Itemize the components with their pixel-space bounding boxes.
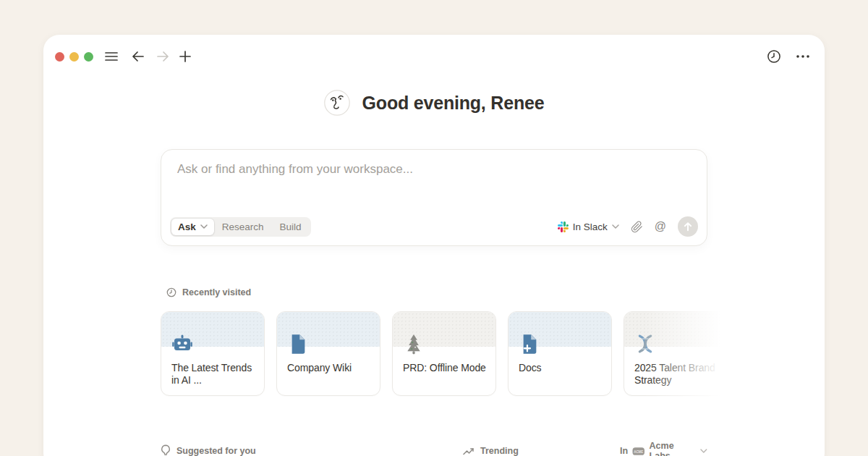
slack-icon (558, 221, 569, 232)
back-arrow-icon[interactable] (131, 51, 145, 62)
bottom-sections: Suggested for you Trending In ACME Acme … (161, 441, 707, 456)
chevron-down-icon (700, 449, 707, 453)
plus-icon[interactable] (179, 51, 191, 62)
context-selector[interactable]: In Slack (558, 221, 619, 232)
send-button[interactable] (678, 216, 698, 237)
card-title: Company Wiki (287, 362, 371, 374)
svg-text:ACME: ACME (634, 449, 643, 453)
workspace-prefix: In (620, 446, 628, 456)
card-latest-trends-in-ai[interactable]: The Latest Trends in AI ... (161, 311, 265, 396)
close-window-button[interactable] (55, 52, 64, 62)
app-window: Good evening, Renee Ask Research Build (43, 35, 825, 456)
history-clock-icon[interactable] (767, 49, 781, 64)
workspace-logo: ACME (632, 447, 644, 456)
dna-icon (634, 333, 656, 355)
minimize-window-button[interactable] (69, 52, 79, 62)
recently-visited-cards: The Latest Trends in AI ... Company Wiki (161, 311, 728, 396)
menu-icon[interactable] (105, 51, 118, 62)
document-plus-icon (519, 333, 540, 355)
forward-arrow-icon[interactable] (156, 51, 170, 62)
card-title: Docs (519, 362, 603, 374)
recently-visited-title: Recently visited (182, 287, 251, 297)
document-icon (287, 333, 309, 355)
recently-visited-header: Recently visited (166, 287, 251, 297)
composer-input[interactable] (176, 161, 685, 177)
window-topbar (43, 35, 825, 69)
greeting: Good evening, Renee (43, 90, 825, 116)
notion-ai-face-icon (324, 90, 350, 116)
workspace-name: Acme Labs (650, 441, 697, 456)
workspace-selector[interactable]: In ACME Acme Labs (620, 441, 707, 456)
card-prd-offline-mode[interactable]: PRD: Offline Mode (392, 311, 496, 396)
trending-label: Trending (480, 446, 519, 456)
card-docs[interactable]: Docs (508, 311, 612, 396)
chevron-down-icon (612, 224, 619, 229)
traffic-lights (55, 52, 93, 62)
card-company-wiki[interactable]: Company Wiki (276, 311, 380, 396)
paperclip-icon[interactable] (631, 221, 643, 233)
ellipsis-icon[interactable] (796, 55, 810, 58)
at-sign-icon[interactable]: @ (655, 220, 666, 233)
mode-build-button[interactable]: Build (272, 219, 310, 235)
mode-ask-label: Ask (178, 221, 196, 232)
composer-toolbar: Ask Research Build In S (170, 216, 698, 237)
mode-research-button[interactable]: Research (214, 219, 272, 235)
context-label: In Slack (573, 221, 608, 232)
greeting-text: Good evening, Renee (362, 93, 545, 114)
card-title: The Latest Trends in AI ... (171, 362, 255, 386)
card-2025-talent-brand-strategy[interactable]: 2025 Talent Brand Strategy (624, 311, 728, 396)
chevron-down-icon (200, 224, 208, 229)
suggested-label: Suggested for you (176, 446, 256, 456)
mode-switcher: Ask Research Build (170, 217, 311, 237)
card-title: PRD: Offline Mode (403, 362, 487, 374)
ask-composer: Ask Research Build In S (161, 149, 707, 246)
zoom-window-button[interactable] (84, 52, 93, 62)
mode-ask-button[interactable]: Ask (171, 219, 214, 235)
lightbulb-icon (161, 444, 171, 456)
tree-icon (403, 333, 425, 355)
suggested-for-you-header[interactable]: Suggested for you (161, 441, 463, 456)
card-title: 2025 Talent Brand Strategy (634, 362, 718, 386)
trending-up-icon (463, 447, 475, 455)
robot-icon (171, 333, 193, 355)
trending-header[interactable]: Trending (463, 441, 620, 456)
arrow-up-icon (683, 221, 693, 232)
clock-icon (166, 287, 176, 297)
